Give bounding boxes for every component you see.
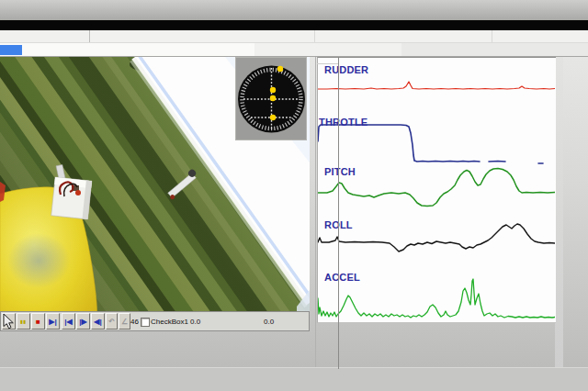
value-right: 0.0 (264, 318, 274, 326)
timeline-cursor[interactable] (338, 57, 339, 369)
attitude-indicator-panel (235, 57, 307, 140)
workspace: RUDDER THROTLE PITCH ROLL ACCEL ▷▮▮■▶||◀… (0, 57, 588, 367)
step-forward-icon: ▶| (49, 318, 56, 326)
panel-divider (315, 57, 316, 367)
video-matte-bottom (0, 367, 588, 391)
pitch-label: PITCH (324, 166, 356, 177)
accel-label: ACCEL (324, 272, 360, 283)
pause-icon: ▮▮ (20, 318, 27, 324)
skip-back-icon: |◀ (64, 318, 72, 326)
trace-accel (318, 279, 555, 318)
mouse-cursor-icon (3, 313, 16, 331)
progress-fill (0, 45, 22, 55)
skip-back-button[interactable]: |◀ (62, 313, 75, 330)
arc-icon: ↶ (108, 318, 115, 326)
video-matte-top (0, 0, 588, 20)
step-forward-button[interactable]: ▶| (46, 313, 60, 330)
checkbox1-input[interactable] (141, 318, 150, 327)
checkbox1-label: CheckBox1 (151, 318, 188, 326)
rudder-label: RUDDER (324, 64, 368, 75)
angle-tool-button[interactable]: ∠ (119, 313, 130, 330)
step-back-button[interactable]: ◀| (91, 313, 105, 330)
status-segment (401, 43, 588, 56)
skip-forward-icon: |▶ (79, 318, 86, 326)
gauge-marker-dot (277, 66, 283, 72)
wire-plug (75, 190, 81, 196)
trace-throtle (489, 162, 505, 162)
timeline-cursor-header (317, 57, 339, 64)
cowl-reflection (7, 233, 70, 288)
status-bar (0, 43, 588, 57)
pause-button[interactable]: ▮▮ (17, 313, 30, 330)
menu-separator (492, 30, 492, 42)
playback-toolbar: ▷▮▮■▶||◀|▶◀|↶∠ 46 CheckBox1 0.0 0.0 (0, 311, 310, 331)
skip-forward-button[interactable]: |▶ (76, 313, 90, 330)
window-edge-strip (555, 57, 563, 367)
trace-roll (318, 224, 555, 251)
frame-counter: 46 (130, 318, 139, 326)
trace-rudder (318, 82, 555, 89)
menu-section[interactable] (0, 30, 90, 42)
stop-icon: ■ (36, 318, 40, 326)
progress-track[interactable] (0, 43, 255, 56)
angle-icon: ∠ (121, 318, 128, 326)
gauge-marker-dot (270, 115, 276, 120)
gauge-marker-dot (270, 87, 276, 93)
app-screen: RUDDER THROTLE PITCH ROLL ACCEL ▷▮▮■▶||◀… (0, 0, 588, 391)
gauge-marker-dot (270, 95, 276, 101)
menu-bar (0, 30, 588, 43)
value-left: 0.0 (190, 318, 200, 326)
letterbox-band (0, 20, 588, 30)
trace-throtle (318, 125, 480, 162)
stop-button[interactable]: ■ (31, 313, 45, 330)
menu-separator (314, 30, 315, 42)
step-back-icon: ◀| (94, 318, 101, 326)
attitude-indicator (235, 57, 307, 140)
arc-tool-button[interactable]: ↶ (106, 313, 118, 330)
telemetry-chart-panel: RUDDER THROTLE PITCH ROLL ACCEL (317, 57, 556, 323)
throtle-label: THROTLE (319, 117, 368, 128)
status-segment (254, 43, 402, 56)
